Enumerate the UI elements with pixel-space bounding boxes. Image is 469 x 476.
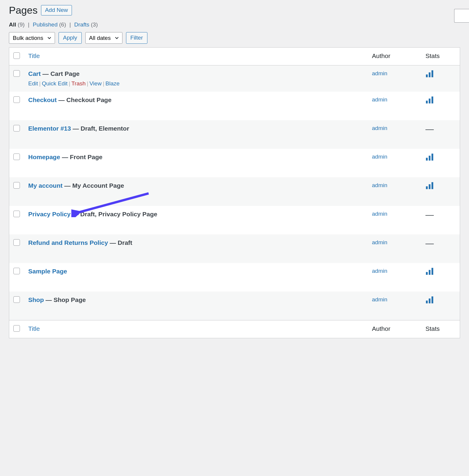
author-link[interactable]: admin [372, 268, 388, 274]
select-all-checkbox-footer[interactable] [13, 325, 20, 332]
row-checkbox[interactable] [13, 70, 20, 77]
bulk-actions-select[interactable]: Bulk actions [9, 32, 55, 44]
svg-rect-6 [426, 158, 428, 160]
bar-chart-icon[interactable] [426, 268, 456, 275]
svg-rect-2 [431, 70, 433, 77]
svg-rect-12 [426, 272, 428, 275]
page-title-link[interactable]: Shop [28, 296, 44, 303]
view-link[interactable]: View [89, 80, 102, 87]
row-checkbox[interactable] [13, 182, 20, 189]
filter-published[interactable]: Published [33, 21, 57, 28]
svg-rect-1 [429, 72, 430, 77]
row-checkbox[interactable] [13, 268, 20, 274]
col-title[interactable]: Title [24, 48, 368, 65]
filter-button[interactable]: Filter [126, 32, 147, 44]
table-row: Sample Pageadmin [9, 263, 460, 292]
search-input[interactable] [454, 9, 469, 23]
col-author: Author [368, 48, 421, 65]
post-state: — Front Page [60, 154, 102, 160]
apply-button[interactable]: Apply [59, 32, 82, 44]
page-title-link[interactable]: Elementor #13 [28, 125, 71, 132]
page-title-link[interactable]: Refund and Returns Policy [28, 239, 108, 246]
row-checkbox[interactable] [13, 239, 20, 246]
svg-rect-16 [429, 298, 430, 303]
edit-link[interactable]: Edit [28, 80, 38, 87]
col-stats: Stats [421, 48, 460, 65]
trash-link[interactable]: Trash [71, 80, 86, 87]
post-state: — Cart Page [41, 70, 80, 77]
bar-chart-icon[interactable] [426, 154, 456, 161]
svg-rect-8 [431, 154, 433, 160]
author-link[interactable]: admin [372, 211, 388, 217]
page-title-link[interactable]: My account [28, 182, 63, 189]
svg-rect-14 [431, 268, 433, 275]
post-state: — Draft, Elementor [71, 125, 129, 132]
svg-rect-13 [429, 270, 430, 275]
add-new-button[interactable]: Add New [41, 5, 72, 15]
post-state: — Draft [108, 239, 132, 246]
svg-rect-7 [429, 156, 430, 160]
table-row: Refund and Returns Policy — Draftadmin— [9, 234, 460, 263]
col-stats-footer: Stats [421, 320, 460, 338]
status-filter-links: All (9) | Published (6) | Drafts (3) [9, 21, 460, 28]
page-title-link[interactable]: Sample Page [28, 268, 67, 275]
post-state: — Checkout Page [57, 96, 111, 103]
select-all-checkbox[interactable] [13, 52, 20, 59]
quick-edit-link[interactable]: Quick Edit [42, 80, 68, 87]
page-title-link[interactable]: Privacy Policy [28, 211, 70, 217]
table-row: Homepage — Front Pageadmin [9, 149, 460, 177]
no-stats-icon: — [426, 210, 434, 219]
table-row: Cart — Cart PageEdit|Quick Edit|Trash|Vi… [9, 65, 460, 92]
author-link[interactable]: admin [372, 296, 388, 303]
svg-rect-5 [431, 96, 433, 103]
page-title-link[interactable]: Checkout [28, 96, 57, 103]
col-author-footer: Author [368, 320, 421, 338]
table-row: Checkout — Checkout Pageadmin [9, 92, 460, 120]
author-link[interactable]: admin [372, 182, 388, 188]
blaze-link[interactable]: Blaze [106, 80, 120, 87]
author-link[interactable]: admin [372, 125, 388, 131]
bar-chart-icon[interactable] [426, 296, 456, 303]
author-link[interactable]: admin [372, 96, 388, 103]
row-checkbox[interactable] [13, 125, 20, 131]
row-checkbox[interactable] [13, 296, 20, 303]
page-title: Pages [9, 4, 37, 16]
table-row: Elementor #13 — Draft, Elementoradmin— [9, 120, 460, 149]
row-checkbox[interactable] [13, 154, 20, 160]
bar-chart-icon[interactable] [426, 70, 456, 77]
table-row: Privacy Policy — Draft, Privacy Policy P… [9, 206, 460, 234]
author-link[interactable]: admin [372, 70, 388, 76]
no-stats-icon: — [426, 239, 434, 248]
bar-chart-icon[interactable] [426, 96, 456, 104]
dates-select[interactable]: All dates [85, 32, 122, 44]
post-state: — My Account Page [63, 182, 124, 189]
page-title-link[interactable]: Cart [28, 70, 41, 77]
page-title-link[interactable]: Homepage [28, 154, 60, 160]
svg-rect-4 [429, 98, 430, 103]
svg-rect-10 [429, 184, 430, 189]
row-checkbox[interactable] [13, 211, 20, 217]
svg-rect-11 [431, 182, 433, 189]
col-title-footer[interactable]: Title [24, 320, 368, 338]
author-link[interactable]: admin [372, 154, 388, 160]
filter-drafts[interactable]: Drafts [74, 21, 89, 28]
row-checkbox[interactable] [13, 96, 20, 103]
table-row: Shop — Shop Pageadmin [9, 292, 460, 320]
bar-chart-icon[interactable] [426, 182, 456, 189]
author-link[interactable]: admin [372, 239, 388, 245]
svg-rect-3 [426, 101, 428, 103]
no-stats-icon: — [426, 124, 434, 134]
row-actions: Edit|Quick Edit|Trash|View|Blaze [28, 80, 364, 87]
svg-rect-0 [426, 74, 428, 77]
filter-all[interactable]: All [9, 21, 16, 28]
svg-rect-15 [426, 300, 428, 303]
post-state: — Shop Page [44, 296, 86, 303]
post-state: — Draft, Privacy Policy Page [70, 211, 157, 217]
svg-rect-17 [431, 296, 433, 303]
svg-rect-9 [426, 186, 428, 189]
table-row: My account — My Account Pageadmin [9, 177, 460, 206]
pages-table: Title Author Stats Cart — Cart PageEdit|… [9, 47, 460, 338]
